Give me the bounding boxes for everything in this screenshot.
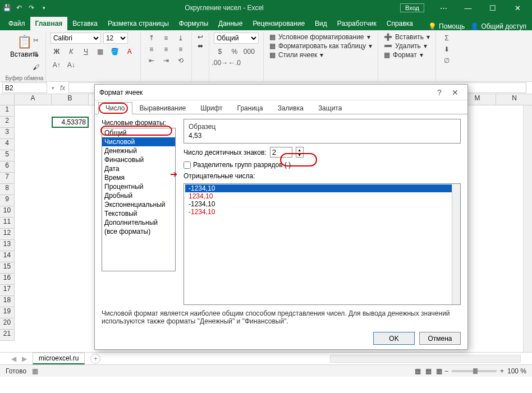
cancel-button[interactable]: Отмена	[419, 332, 461, 345]
view-normal-icon[interactable]: ▦	[412, 367, 423, 375]
tab-help[interactable]: Справка	[382, 17, 418, 30]
align-bottom-icon[interactable]: ⤓	[175, 33, 187, 44]
indent-increase-icon[interactable]: ⇥	[160, 55, 172, 66]
percent-icon[interactable]: %	[228, 46, 241, 57]
dlg-tab-alignment[interactable]: Выравнивание	[132, 102, 194, 114]
decrease-font-icon[interactable]: A↓	[65, 59, 77, 71]
sheet-nav-next-icon[interactable]: ▶	[22, 355, 27, 363]
align-top-icon[interactable]: ⤒	[145, 33, 158, 44]
row-header[interactable]: 17	[0, 285, 15, 296]
category-item[interactable]: Время	[102, 173, 175, 182]
category-item[interactable]: Дополнительный	[102, 218, 175, 227]
close-icon[interactable]: ✕	[505, 0, 530, 16]
row-header[interactable]: 5	[0, 150, 15, 161]
format-cells-button[interactable]: ▦Формат▾	[383, 50, 431, 59]
copy-icon[interactable]: ⧉	[30, 48, 42, 59]
category-item[interactable]: (все форматы)	[102, 227, 175, 236]
zoom-level[interactable]: 100 %	[507, 367, 526, 375]
cell-styles-button[interactable]: ▦Стили ячеек▾	[268, 50, 373, 59]
format-painter-icon[interactable]: 🖌	[30, 62, 42, 73]
category-item[interactable]: Экспоненциальный	[102, 200, 175, 209]
align-center-icon[interactable]: ≡	[160, 44, 172, 55]
category-item[interactable]: Финансовый	[102, 155, 175, 164]
spinner-up-icon[interactable]: ▲	[296, 147, 303, 152]
negative-item[interactable]: -1234,10	[185, 184, 459, 192]
sheet-nav-prev-icon[interactable]: ◀	[11, 355, 16, 363]
number-format-select[interactable]: Общий	[214, 33, 259, 44]
row-header[interactable]: 11	[0, 218, 15, 229]
row-header[interactable]: 10	[0, 206, 15, 218]
dlg-tab-fill[interactable]: Заливка	[270, 102, 311, 114]
col-header[interactable]: B	[52, 94, 89, 105]
tab-review[interactable]: Рецензирование	[247, 17, 310, 30]
select-all-corner[interactable]	[0, 94, 15, 105]
fx-icon[interactable]: fx	[57, 84, 68, 92]
sheet-tab[interactable]: microexcel.ru	[33, 353, 85, 364]
negative-item[interactable]: 1234,10	[185, 192, 459, 200]
row-header[interactable]: 6	[0, 161, 15, 173]
dlg-tab-protection[interactable]: Защита	[311, 102, 350, 114]
category-item[interactable]: Текстовый	[102, 209, 175, 218]
cut-icon[interactable]: ✂	[30, 35, 42, 46]
delete-cells-button[interactable]: ➖Удалить▾	[383, 41, 431, 50]
view-page-break-icon[interactable]: ▦	[434, 367, 444, 375]
row-header[interactable]: 4	[0, 139, 15, 150]
font-size-select[interactable]: 12	[103, 33, 128, 44]
font-name-select[interactable]: Calibri	[51, 33, 101, 44]
fill-color-icon[interactable]: 🪣	[109, 46, 121, 57]
bold-button[interactable]: Ж	[51, 46, 63, 57]
macro-record-icon[interactable]: ▦	[32, 367, 38, 375]
minimize-icon[interactable]: —	[456, 0, 480, 16]
name-box[interactable]: B2	[2, 82, 47, 93]
signin-button[interactable]: Вход	[400, 3, 424, 12]
view-page-layout-icon[interactable]: ▦	[423, 367, 434, 375]
conditional-format-button[interactable]: ▦Условное форматирование▾	[268, 33, 373, 41]
add-sheet-button[interactable]: +	[90, 354, 100, 364]
insert-cells-button[interactable]: ➕Вставить▾	[383, 33, 431, 41]
col-header[interactable]: N	[496, 94, 532, 105]
category-item[interactable]: Процентный	[102, 182, 175, 191]
horizontal-scrollbar[interactable]	[330, 355, 521, 363]
tellme-button[interactable]: 💡Помощь	[428, 22, 465, 30]
indent-decrease-icon[interactable]: ⇤	[145, 55, 158, 66]
italic-button[interactable]: К	[65, 46, 77, 57]
align-middle-icon[interactable]: ≡	[160, 33, 172, 44]
maximize-icon[interactable]: ☐	[480, 0, 505, 16]
tab-data[interactable]: Данные	[213, 17, 247, 30]
category-item[interactable]: Числовой	[102, 137, 175, 146]
category-list[interactable]: Общий Числовой Денежный Финансовый Дата …	[102, 128, 176, 271]
underline-button[interactable]: Ч	[80, 46, 92, 57]
negative-item[interactable]: -1234,10	[185, 208, 459, 216]
category-item[interactable]: Общий	[102, 128, 175, 137]
share-button[interactable]: 👤Общий доступ	[470, 22, 526, 30]
zoom-out-icon[interactable]: −	[444, 367, 448, 375]
tab-view[interactable]: Вид	[310, 17, 332, 30]
comma-icon[interactable]: 000	[243, 46, 255, 57]
merge-button[interactable]: ⬌	[196, 41, 204, 50]
tab-developer[interactable]: Разработчик	[332, 17, 382, 30]
row-header[interactable]: 21	[0, 330, 15, 341]
currency-icon[interactable]: $	[214, 46, 226, 57]
row-header[interactable]: 2	[0, 117, 15, 128]
row-header[interactable]: 19	[0, 307, 15, 318]
row-header[interactable]: 3	[0, 128, 15, 139]
zoom-slider[interactable]	[452, 370, 497, 372]
ribbon-options-icon[interactable]: ⋯	[431, 0, 456, 16]
spinner-down-icon[interactable]: ▼	[296, 152, 303, 158]
dlg-tab-number[interactable]: Число	[98, 102, 132, 114]
row-header[interactable]: 9	[0, 195, 15, 206]
category-item[interactable]: Дробный	[102, 191, 175, 200]
vertical-scrollbar[interactable]	[523, 105, 532, 352]
qat-dropdown-icon[interactable]: ▾	[39, 3, 48, 12]
dialog-help-icon[interactable]: ?	[432, 88, 447, 97]
font-color-icon[interactable]: A	[123, 46, 136, 57]
increase-font-icon[interactable]: A↑	[51, 59, 63, 71]
row-header[interactable]: 7	[0, 173, 15, 184]
cell-b2[interactable]: 4,53378	[52, 117, 89, 128]
name-box-dropdown-icon[interactable]: ▾	[49, 85, 57, 91]
col-header[interactable]: A	[15, 94, 52, 105]
orientation-icon[interactable]: ⟲	[175, 55, 187, 66]
save-icon[interactable]: 💾	[2, 3, 11, 12]
autosum-icon[interactable]: Σ	[441, 33, 453, 44]
negative-numbers-list[interactable]: -1234,10 1234,10 -1234,10 -1234,10	[184, 183, 461, 305]
